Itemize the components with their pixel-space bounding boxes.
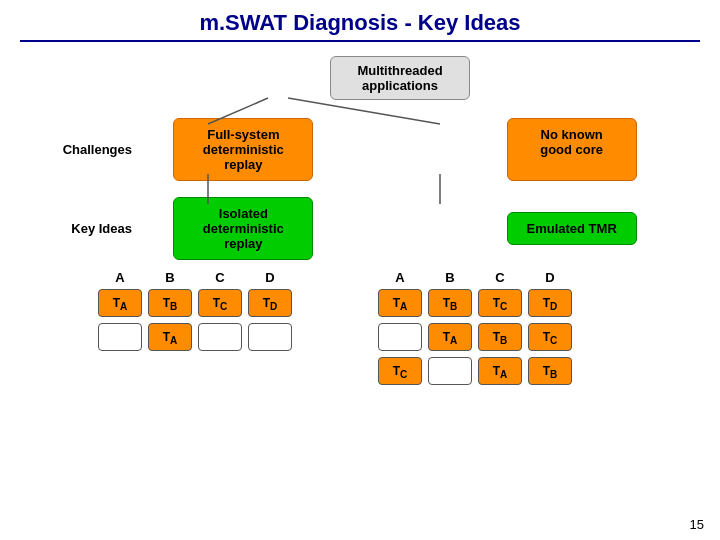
right-r1-b: TB: [428, 289, 472, 317]
left-col-header-a: A: [95, 270, 145, 285]
left-col-header-c: C: [195, 270, 245, 285]
right-r1-d: TD: [528, 289, 572, 317]
right-r2-a: [378, 323, 422, 351]
right-col-header-b: B: [425, 270, 475, 285]
box-isolated-replay: Isolated deterministic replay: [173, 197, 313, 260]
box-multithreaded: Multithreaded applications: [330, 56, 470, 100]
box-no-good-core: No known good core: [507, 118, 637, 181]
box-emulated-tmr: Emulated TMR: [507, 212, 637, 245]
left-grid: A B C D TA TB TC TD TA: [95, 270, 315, 387]
label-challenges: Challenges: [50, 142, 140, 157]
right-r1-a: TA: [378, 289, 422, 317]
left-col-header-d: D: [245, 270, 295, 285]
right-r2-d: TC: [528, 323, 572, 351]
right-r3-a: TC: [378, 357, 422, 385]
left-grid-row2: TA: [95, 321, 315, 353]
left-r2-d: [248, 323, 292, 351]
left-grid-row1: TA TB TC TD: [95, 287, 315, 319]
diagram: Multithreaded applications Challenges Fu…: [20, 56, 700, 387]
page-number: 15: [690, 517, 704, 532]
right-r2-c: TB: [478, 323, 522, 351]
right-r2-b: TA: [428, 323, 472, 351]
right-grid-row1: TA TB TC TD: [375, 287, 595, 319]
left-r1-b: TB: [148, 289, 192, 317]
left-r1-d: TD: [248, 289, 292, 317]
right-col-header-a: A: [375, 270, 425, 285]
title-area: m.SWAT Diagnosis - Key Ideas: [20, 10, 700, 42]
left-r2-a: [98, 323, 142, 351]
right-col-header-c: C: [475, 270, 525, 285]
left-r1-c: TC: [198, 289, 242, 317]
left-col-header-b: B: [145, 270, 195, 285]
right-r1-c: TC: [478, 289, 522, 317]
right-grid-row3: TC TA TB: [375, 355, 595, 387]
left-r1-a: TA: [98, 289, 142, 317]
page: m.SWAT Diagnosis - Key Ideas Multithread…: [0, 0, 720, 540]
left-r2-b: TA: [148, 323, 192, 351]
left-r2-c: [198, 323, 242, 351]
label-key-ideas: Key Ideas: [50, 221, 140, 236]
right-col-header-d: D: [525, 270, 575, 285]
page-title: m.SWAT Diagnosis - Key Ideas: [20, 10, 700, 36]
right-r3-d: TB: [528, 357, 572, 385]
right-grid: A B C D TA TB TC TD TA: [375, 270, 595, 387]
right-r3-b: [428, 357, 472, 385]
box-full-system-replay: Full-system deterministic replay: [173, 118, 313, 181]
right-grid-row2: TA TB TC: [375, 321, 595, 353]
right-r3-c: TA: [478, 357, 522, 385]
